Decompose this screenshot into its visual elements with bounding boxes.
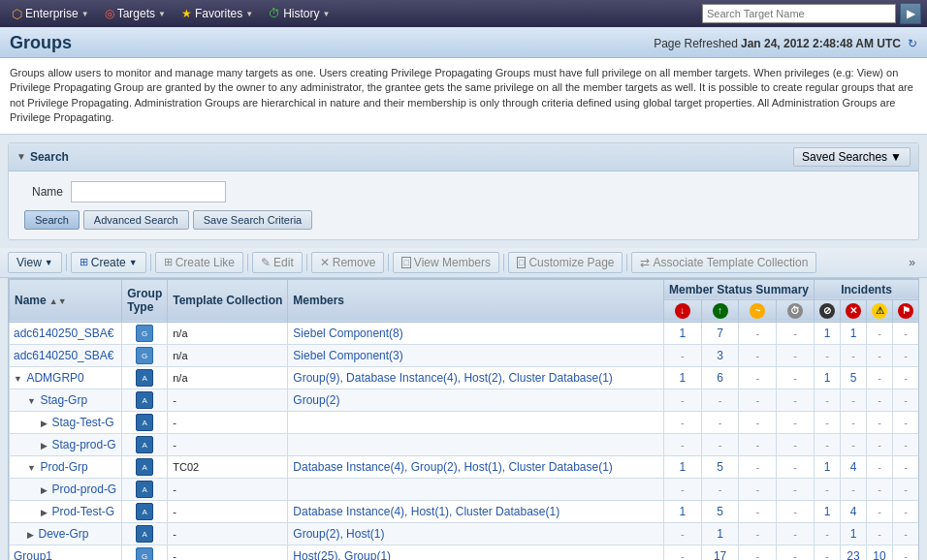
status-value-link[interactable]: 4 <box>850 460 857 474</box>
table-row[interactable]: ▼ Stag-GrpA-Group(2)-------- <box>10 389 920 411</box>
advanced-search-button[interactable]: Advanced Search <box>83 210 189 230</box>
expand-icon[interactable]: ▼ <box>27 396 38 406</box>
status-value-link[interactable]: 5 <box>717 460 723 474</box>
status-value-link[interactable]: 7 <box>717 327 723 340</box>
cell-members[interactable]: Group(9), Database Instance(4), Host(2),… <box>288 366 664 389</box>
expand-icon[interactable]: ▶ <box>41 441 50 451</box>
targets-menu[interactable]: ◎ Targets ▼ <box>99 5 172 22</box>
table-row[interactable]: ▶ Stag-prod-GA--------- <box>10 433 920 455</box>
cell-members[interactable]: Siebel Component(8) <box>288 322 664 344</box>
members-link[interactable]: Host(25), Group(1) <box>293 549 391 560</box>
cell-members[interactable]: Host(25), Group(1) <box>288 544 664 560</box>
status-value-link[interactable]: 23 <box>847 549 859 560</box>
table-row[interactable]: adc6140250_SBA€Gn/aSiebel Component(3)-3… <box>10 344 920 366</box>
status-value-link[interactable]: 1 <box>824 371 831 385</box>
status-value-link[interactable]: 6 <box>717 371 723 385</box>
search-name-input[interactable] <box>71 181 226 202</box>
cell-name[interactable]: ▶ Prod-Test-G <box>10 500 122 522</box>
cell-name[interactable]: ▼ ADMGRP0 <box>10 366 122 389</box>
table-row[interactable]: Group1G-Host(25), Group(1)-17---2310- <box>10 544 920 560</box>
cell-name[interactable]: adc6140250_SBA€ <box>10 322 122 344</box>
customize-button[interactable]: □ Customize Page <box>508 252 623 273</box>
cell-members[interactable] <box>288 411 664 433</box>
cell-name[interactable]: ▼ Prod-Grp <box>10 455 122 478</box>
status-value-link[interactable]: 1 <box>717 527 723 541</box>
cell-name[interactable]: ▶ Prod-prod-G <box>10 478 122 500</box>
favorites-menu[interactable]: ★ Favorites ▼ <box>176 5 259 22</box>
row-name-link[interactable]: Stag-Test-G <box>52 416 114 429</box>
save-criteria-button[interactable]: Save Search Criteria <box>193 210 313 230</box>
cell-name[interactable]: Group1 <box>10 544 122 560</box>
create-button[interactable]: ⊞ Create ▼ <box>71 252 146 273</box>
view-button[interactable]: View ▼ <box>8 252 62 273</box>
expand-icon[interactable]: ▶ <box>27 530 37 540</box>
status-value-link[interactable]: 1 <box>680 460 687 474</box>
cell-members[interactable]: Group(2) <box>288 389 664 411</box>
view-members-button[interactable]: □ View Members <box>393 252 499 273</box>
search-button[interactable]: Search <box>24 210 80 230</box>
status-value-link[interactable]: 1 <box>824 327 831 340</box>
table-row[interactable]: ▶ Deve-GrpA-Group(2), Host(1)-1---1-- <box>10 522 920 544</box>
create-like-button[interactable]: ⊞ Create Like <box>155 252 243 273</box>
status-value-link[interactable]: 5 <box>850 371 857 385</box>
status-value-link[interactable]: 1 <box>824 460 831 474</box>
cell-name[interactable]: ▶ Stag-Test-G <box>10 411 122 433</box>
nav-search-button[interactable]: ▶ <box>900 3 921 24</box>
table-row[interactable]: ▶ Stag-Test-GA--------- <box>10 411 920 433</box>
saved-searches-button[interactable]: Saved Searches ▼ <box>793 147 911 167</box>
search-panel-header[interactable]: ▼ Search Saved Searches ▼ <box>9 143 918 171</box>
status-value-link[interactable]: 1 <box>680 327 687 340</box>
toolbar-expand[interactable]: » <box>905 254 919 271</box>
associate-button[interactable]: ⇄ Associate Template Collection <box>631 252 816 273</box>
table-row[interactable]: ▼ Prod-GrpATC02Database Instance(4), Gro… <box>10 455 920 478</box>
row-name-link[interactable]: Prod-prod-G <box>52 482 117 496</box>
expand-icon[interactable]: ▼ <box>14 374 24 384</box>
status-value-link[interactable]: 1 <box>850 327 857 340</box>
expand-icon[interactable]: ▶ <box>41 508 50 517</box>
table-row[interactable]: adc6140250_SBA€Gn/aSiebel Component(8)17… <box>10 322 920 344</box>
members-link[interactable]: Group(9), Database Instance(4), Host(2),… <box>293 371 612 385</box>
history-menu[interactable]: ⏱ History ▼ <box>263 5 336 22</box>
row-name-link[interactable]: ADMGRP0 <box>26 371 83 385</box>
expand-icon[interactable]: ▶ <box>41 485 50 495</box>
cell-name[interactable]: ▶ Deve-Grp <box>10 522 122 544</box>
status-value-link[interactable]: 5 <box>717 505 723 518</box>
enterprise-menu[interactable]: ⬡ Enterprise ▼ <box>6 5 95 23</box>
row-name-link[interactable]: Prod-Grp <box>40 460 87 474</box>
status-value-link[interactable]: 4 <box>850 505 857 518</box>
status-value-link[interactable]: 1 <box>824 505 831 518</box>
col-template[interactable]: Template Collection <box>168 279 288 322</box>
row-name-link[interactable]: adc6140250_SBA€ <box>14 327 113 340</box>
row-name-link[interactable]: Deve-Grp <box>39 527 89 541</box>
status-value-link[interactable]: 10 <box>873 549 885 560</box>
status-value-link[interactable]: 3 <box>717 349 723 362</box>
cell-members[interactable] <box>288 433 664 455</box>
table-row[interactable]: ▼ ADMGRP0An/aGroup(9), Database Instance… <box>10 366 920 389</box>
remove-button[interactable]: ✕ Remove <box>311 252 385 273</box>
table-row[interactable]: ▶ Prod-prod-GA--------- <box>10 478 920 500</box>
cell-members[interactable]: Siebel Component(3) <box>288 344 664 366</box>
cell-members[interactable]: Database Instance(4), Group(2), Host(1),… <box>288 455 664 478</box>
members-link[interactable]: Database Instance(4), Group(2), Host(1),… <box>293 460 612 474</box>
row-name-link[interactable]: Prod-Test-G <box>52 505 115 518</box>
cell-members[interactable] <box>288 478 664 500</box>
members-link[interactable]: Group(2) <box>293 393 339 407</box>
status-value-link[interactable]: 1 <box>680 505 687 518</box>
cell-members[interactable]: Group(2), Host(1) <box>288 522 664 544</box>
cell-name[interactable]: adc6140250_SBA€ <box>10 344 122 366</box>
edit-button[interactable]: ✎ Edit <box>252 252 303 273</box>
members-link[interactable]: Group(2), Host(1) <box>293 527 384 541</box>
col-name[interactable]: Name ▲▼ <box>10 279 122 322</box>
status-value-link[interactable]: 17 <box>714 549 726 560</box>
refresh-icon[interactable]: ↻ <box>908 37 917 50</box>
nav-search-input[interactable] <box>702 4 896 23</box>
row-name-link[interactable]: Stag-prod-G <box>52 438 116 451</box>
col-members[interactable]: Members <box>288 279 664 322</box>
row-name-link[interactable]: Stag-Grp <box>40 393 87 407</box>
members-link[interactable]: Siebel Component(3) <box>293 349 402 362</box>
col-group-type[interactable]: GroupType <box>122 279 168 322</box>
members-link[interactable]: Database Instance(4), Host(1), Cluster D… <box>293 505 559 518</box>
members-link[interactable]: Siebel Component(8) <box>293 327 402 340</box>
cell-name[interactable]: ▼ Stag-Grp <box>10 389 122 411</box>
expand-icon[interactable]: ▼ <box>27 463 38 473</box>
